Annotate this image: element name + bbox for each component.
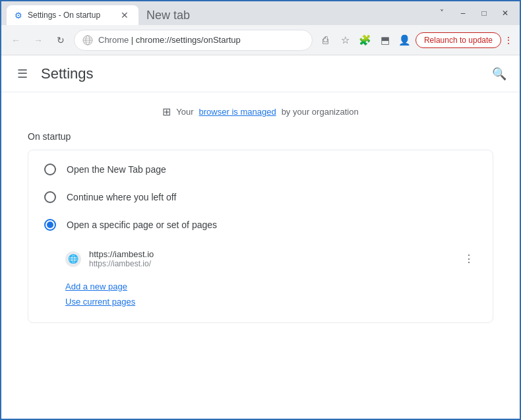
bookmark-button[interactable]: ☆ <box>336 31 355 49</box>
on-startup-section-title: On startup <box>28 131 493 142</box>
address-text: Chrome | chrome://settings/onStartup <box>98 35 304 45</box>
titlebar: ⚙ Settings - On startup ✕ New tab ˅ – □ … <box>1 1 520 25</box>
window-controls: ˅ – □ ✕ <box>433 7 514 20</box>
sidebar-icon: ⬒ <box>381 34 390 46</box>
links-area: Add a new page Use current pages <box>28 279 493 317</box>
account-icon: 👤 <box>398 34 411 46</box>
sidebar-button[interactable]: ⬒ <box>376 31 394 49</box>
maximize-button[interactable]: □ <box>475 7 493 20</box>
url-site-icon: 🌐 <box>65 251 81 267</box>
page-title: Settings <box>41 65 492 82</box>
radio-label-new-tab: Open the New Tab page <box>67 164 166 175</box>
search-button[interactable]: 🔍 <box>492 67 506 81</box>
reload-icon: ↻ <box>57 35 65 45</box>
browser-window: ⚙ Settings - On startup ✕ New tab ˅ – □ … <box>0 0 521 420</box>
extensions-button[interactable]: 🧩 <box>356 31 375 49</box>
radio-button-continue[interactable] <box>44 191 56 203</box>
radio-option-specific[interactable]: Open a specific page or set of pages <box>28 211 493 239</box>
search-icon: 🔍 <box>492 67 506 80</box>
forward-arrow-icon: → <box>34 35 43 45</box>
bookmark-icon: ☆ <box>341 34 350 46</box>
tab-close-button[interactable]: ✕ <box>119 9 131 21</box>
reload-button[interactable]: ↻ <box>51 31 70 49</box>
chrome-menu-button[interactable]: ⋮ <box>503 34 514 47</box>
managed-text-after: by your organization <box>282 107 359 117</box>
radio-option-new-tab[interactable]: Open the New Tab page <box>28 156 493 183</box>
url-entry-iambest: 🌐 https://iambest.io https://iambest.io/… <box>65 244 477 274</box>
share-icon: ⎙ <box>322 34 328 45</box>
minimize-button[interactable]: – <box>454 7 472 20</box>
managed-icon: ⊞ <box>162 105 171 118</box>
radio-label-continue: Continue where you left off <box>67 192 176 202</box>
new-tab-button[interactable]: New tab <box>141 6 195 25</box>
managed-text-before: Your <box>176 107 193 117</box>
site-icon <box>82 35 93 45</box>
toolbar-actions: ⎙ ☆ 🧩 ⬒ 👤 Relaunch to update ⋮ <box>317 31 514 49</box>
radio-option-continue[interactable]: Continue where you left off <box>28 183 493 211</box>
url-entry-menu-button[interactable]: ⋮ <box>461 250 477 268</box>
startup-options-card: Open the New Tab page Continue where you… <box>28 150 493 323</box>
url-subtitle: https://iambest.io/ <box>89 259 453 268</box>
address-url-part: chrome://settings/onStartup <box>136 35 241 45</box>
tab-settings-icon: ⚙ <box>15 11 22 20</box>
settings-content: ⊞ Your browser is managed by your organi… <box>1 92 520 419</box>
use-current-pages-button[interactable]: Use current pages <box>65 297 477 307</box>
active-tab[interactable]: ⚙ Settings - On startup ✕ <box>7 5 138 25</box>
url-entries-area: 🌐 https://iambest.io https://iambest.io/… <box>28 239 493 279</box>
extension-icon: 🧩 <box>359 34 371 46</box>
add-new-page-button[interactable]: Add a new page <box>65 282 477 291</box>
radio-button-specific[interactable] <box>44 219 56 231</box>
managed-banner: ⊞ Your browser is managed by your organi… <box>28 105 493 118</box>
back-button[interactable]: ← <box>7 31 25 49</box>
tab-title: Settings - On startup <box>28 11 113 20</box>
address-chrome-part: Chrome <box>98 35 129 45</box>
url-title: https://iambest.io <box>89 249 453 259</box>
chevron-down-button[interactable]: ˅ <box>433 7 451 20</box>
toolbar: ← → ↻ Chrome | chrome://settings/onStart… <box>1 25 520 55</box>
account-button[interactable]: 👤 <box>396 31 414 49</box>
url-info: https://iambest.io https://iambest.io/ <box>89 249 453 268</box>
share-button[interactable]: ⎙ <box>317 31 335 49</box>
radio-label-specific: Open a specific page or set of pages <box>67 220 217 230</box>
forward-button[interactable]: → <box>29 31 47 49</box>
settings-page: ☰ Settings 🔍 ⊞ Your browser is managed b… <box>1 55 520 419</box>
menu-toggle-button[interactable]: ☰ <box>15 64 30 84</box>
relaunch-button[interactable]: Relaunch to update <box>415 32 501 48</box>
address-bar[interactable]: Chrome | chrome://settings/onStartup <box>74 30 313 51</box>
managed-link[interactable]: browser is managed <box>199 107 276 117</box>
radio-button-new-tab[interactable] <box>44 164 56 175</box>
settings-header: ☰ Settings 🔍 <box>1 55 520 92</box>
back-arrow-icon: ← <box>11 35 20 45</box>
close-button[interactable]: ✕ <box>496 7 514 20</box>
tab-area: ⚙ Settings - On startup ✕ New tab <box>7 1 433 25</box>
